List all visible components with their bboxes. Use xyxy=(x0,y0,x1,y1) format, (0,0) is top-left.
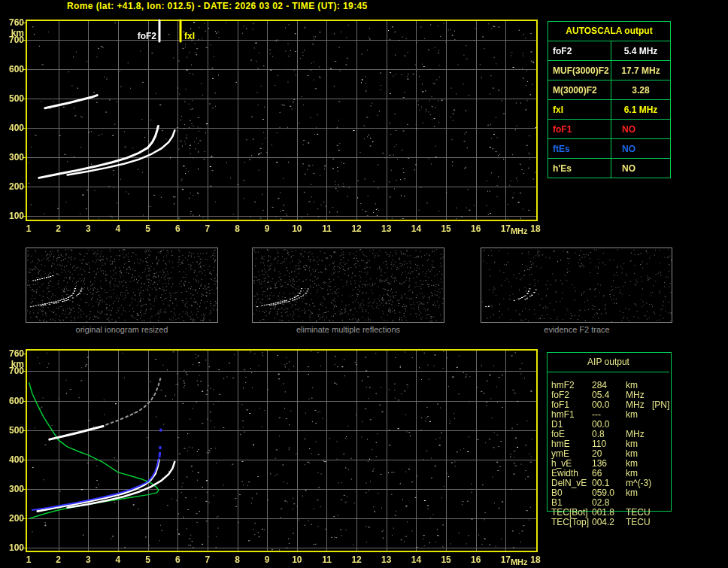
aip-panel: AIP output hmF2284kmfoF205.4MHzfoF100.0M… xyxy=(547,352,672,533)
aip-title: AIP output xyxy=(548,353,669,372)
thumbnail-caption-1: original ionogram resized xyxy=(26,325,218,334)
autoscala-row-label: foF2 xyxy=(548,41,611,60)
thumbnail-caption-2: eliminate multiple reflections xyxy=(252,325,444,334)
autoscala-rows: foF25.4 MHzMUF(3000)F217.7 MHzM(3000)F23… xyxy=(548,41,670,178)
autoscala-row-value: NO xyxy=(611,159,670,178)
autoscala-row-value: NO xyxy=(611,120,670,138)
thumbnail-multiple-reflections-removed xyxy=(252,248,444,323)
autoscala-row-value: 5.4 MHz xyxy=(611,41,670,60)
aip-row: hmF1---km xyxy=(547,410,672,420)
autoscala-row: foF25.4 MHz xyxy=(548,41,670,61)
autoscala-row-label: ftEs xyxy=(548,139,611,158)
autoscala-row: foF1NO xyxy=(548,120,670,139)
autoscala-row-label: fxI xyxy=(548,100,611,119)
autoscala-row-label: h'Es xyxy=(548,159,611,178)
autoscala-row-value: 3.28 xyxy=(611,80,670,99)
thumbnail-caption-3: evidence F2 trace xyxy=(481,325,673,334)
autoscala-title: AUTOSCALA output xyxy=(548,22,670,41)
autoscala-row-label: MUF(3000)F2 xyxy=(548,61,611,80)
thumbnail-evidence-f2-trace xyxy=(481,248,672,323)
autoscala-row: h'EsNO xyxy=(548,159,670,178)
autoscala-row: ftEsNO xyxy=(548,139,670,159)
autoscala-row-value: NO xyxy=(611,139,670,158)
autoscala-row-label: M(3000)F2 xyxy=(548,80,611,99)
aip-row-label: TEC[Top] xyxy=(551,518,589,527)
aip-row-unit: km xyxy=(626,488,638,498)
autoscala-row: fxI6.1 MHz xyxy=(548,100,670,120)
autoscala-row-value: 6.1 MHz xyxy=(611,100,670,119)
aip-row: TEC[Top]004.2TECU xyxy=(547,518,672,527)
aip-row-value: 004.2 xyxy=(592,518,614,527)
autoscala-row: MUF(3000)F217.7 MHz xyxy=(548,61,670,80)
autoscala-row-label: foF1 xyxy=(548,120,611,138)
aip-row-note: [PN] xyxy=(652,400,669,410)
autoscala-screen: Rome (lat: +41.8, lon: 012.5) - DATE: 20… xyxy=(0,0,728,568)
autoscala-row-value: 17.7 MHz xyxy=(611,61,670,80)
autoscala-panel: AUTOSCALA output foF25.4 MHzMUF(3000)F21… xyxy=(548,21,671,178)
autoscala-row: M(3000)F23.28 xyxy=(548,80,670,100)
aip-row-unit: km xyxy=(626,410,638,420)
aip-row: D100.0 xyxy=(547,420,672,430)
aip-row: B0059.0km xyxy=(547,488,672,498)
aip-row-unit: TECU xyxy=(626,518,651,527)
page-title: Rome (lat: +41.8, lon: 012.5) - DATE: 20… xyxy=(67,1,368,11)
thumbnail-original-ionogram xyxy=(26,248,218,323)
